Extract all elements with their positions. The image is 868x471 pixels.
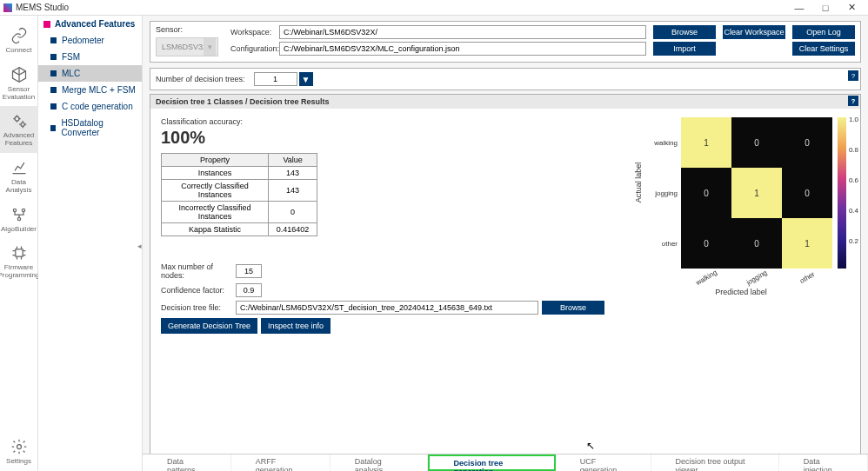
rail-settings[interactable]: Settings: [0, 432, 38, 471]
table-row: Instances143: [162, 167, 317, 180]
matrix-cell: 0: [782, 117, 832, 168]
sidebar-item-ccode[interactable]: C code generation: [38, 98, 142, 115]
window-close[interactable]: ✕: [838, 2, 865, 13]
link-icon: [10, 26, 29, 45]
chevron-down-icon: ▾: [204, 38, 216, 56]
th-value: Value: [269, 154, 317, 167]
configuration-input[interactable]: [279, 42, 646, 56]
tab-datalog-analysis[interactable]: Datalog analysis: [331, 454, 428, 471]
rail-data-analysis[interactable]: Data Analysis: [0, 153, 38, 200]
svg-point-6: [17, 445, 21, 449]
y-category: walking: [650, 117, 681, 168]
colorbar: [838, 117, 846, 269]
tree-count-label: Number of decision trees:: [156, 75, 245, 83]
tab-data-patterns[interactable]: Data patterns: [143, 454, 231, 471]
bottom-tabs: Data patterns ARFF generation Datalog an…: [143, 454, 868, 471]
app-title: MEMS Studio: [16, 3, 786, 12]
cursor-icon: ↖: [586, 440, 595, 452]
square-bullet-icon: [50, 87, 57, 93]
browse-workspace-button[interactable]: Browse: [653, 25, 716, 39]
app-icon: [3, 3, 12, 12]
tab-output-viewer[interactable]: Decision tree output viewer: [651, 454, 779, 471]
square-bullet-icon: [50, 37, 57, 43]
rail-connect[interactable]: Connect: [0, 21, 38, 60]
table-row: Correctly Classified Instances143: [162, 180, 317, 202]
matrix-cell: 0: [731, 117, 782, 168]
rail-advanced-features[interactable]: Advanced Features: [0, 106, 38, 153]
workspace-input[interactable]: [279, 25, 646, 39]
rail-firmware[interactable]: Firmware Programming: [0, 238, 38, 285]
matrix-cell: 0: [681, 168, 731, 218]
sensor-label: Sensor:: [156, 25, 224, 34]
help-button[interactable]: ?: [848, 70, 858, 81]
chip-icon: [10, 243, 29, 262]
inspect-tree-button[interactable]: Inspect tree info: [261, 318, 331, 334]
matrix-cell: 1: [681, 117, 731, 168]
cube-icon: [10, 65, 29, 84]
square-bullet-icon: [50, 125, 56, 131]
square-bullet-icon: [43, 21, 50, 28]
open-log-button[interactable]: Open Log: [792, 25, 855, 39]
results-header: Decision tree 1 Classes / Decision tree …: [150, 95, 860, 109]
sidebar-header: Advanced Features: [38, 16, 142, 32]
content-area: ◂ Sensor: LSM6DSV32X ▾ Workspace: Config…: [143, 16, 868, 471]
chart-icon: [10, 158, 29, 177]
max-nodes-input[interactable]: [236, 264, 262, 278]
y-category: jogging: [650, 168, 681, 218]
import-button[interactable]: Import: [653, 42, 716, 56]
clear-workspace-button[interactable]: Clear Workspace: [723, 25, 785, 39]
generate-tree-button[interactable]: Generate Decision Tree: [161, 318, 257, 334]
confidence-label: Confidence factor:: [161, 286, 236, 295]
sidebar-item-fsm[interactable]: FSM: [38, 49, 142, 65]
accuracy-label: Classification accuracy:: [161, 117, 457, 126]
tab-data-injection[interactable]: Data injection: [779, 454, 868, 471]
svg-rect-5: [15, 249, 22, 256]
results-panel: Decision tree 1 Classes / Decision tree …: [150, 94, 861, 471]
y-category: other: [650, 218, 681, 269]
accuracy-value: 100%: [161, 128, 457, 148]
gear-icon: [10, 437, 29, 456]
tree-count-input[interactable]: [254, 72, 297, 86]
table-row: Incorrectly Classified Instances0: [162, 202, 317, 223]
tree-count-dropdown[interactable]: ▼: [299, 72, 313, 86]
tab-ucf-generation[interactable]: UCF generation: [556, 454, 651, 471]
sidebar-item-merge[interactable]: Merge MLC + FSM: [38, 82, 142, 98]
clear-settings-button[interactable]: Clear Settings: [792, 42, 855, 56]
sidebar-item-hsdatalog[interactable]: HSDatalog Converter: [38, 115, 142, 141]
left-rail: Connect Sensor Evaluation Advanced Featu…: [0, 16, 38, 471]
rail-sensor-eval[interactable]: Sensor Evaluation: [0, 60, 38, 107]
tab-decision-tree-generation[interactable]: Decision tree generation: [428, 454, 556, 471]
confidence-input[interactable]: [236, 283, 262, 297]
max-nodes-label: Max number of nodes:: [161, 262, 236, 280]
titlebar: MEMS Studio — □ ✕: [0, 0, 868, 16]
rail-algobuilder[interactable]: AlgoBuilder: [0, 200, 38, 239]
classification-table: PropertyValue Instances143 Correctly Cla…: [161, 153, 317, 236]
window-minimize[interactable]: —: [786, 3, 812, 13]
sidebar: Advanced Features Pedometer FSM MLC Merg…: [38, 16, 143, 471]
collapse-handle-icon[interactable]: ◂: [137, 242, 142, 250]
chevron-down-icon: ▼: [302, 75, 310, 84]
square-bullet-icon: [50, 70, 57, 76]
svg-point-4: [17, 217, 20, 220]
matrix-cell: 0: [782, 168, 832, 218]
tree-count-panel: Number of decision trees: ▼ ?: [150, 68, 861, 90]
configuration-label: Configuration:: [230, 44, 279, 53]
svg-point-1: [21, 123, 24, 126]
tab-arff-generation[interactable]: ARFF generation: [231, 454, 331, 471]
sensor-select[interactable]: LSM6DSV32X ▾: [156, 37, 218, 56]
workspace-label: Workspace:: [230, 28, 279, 36]
gears-icon: [10, 111, 29, 130]
y-axis-label: Actual label: [634, 163, 643, 203]
svg-point-0: [15, 116, 19, 121]
confusion-matrix: Actual label walking 1 0 0 jogging 0 1 0…: [474, 117, 850, 334]
svg-point-2: [13, 209, 16, 211]
window-maximize[interactable]: □: [812, 3, 838, 13]
matrix-cell: 1: [731, 168, 782, 218]
sidebar-item-mlc[interactable]: MLC: [38, 65, 142, 82]
th-property: Property: [162, 154, 269, 167]
table-row: Kappa Statistic0.416402: [162, 223, 317, 236]
help-button[interactable]: ?: [848, 96, 858, 106]
sidebar-item-pedometer[interactable]: Pedometer: [38, 32, 142, 49]
svg-point-3: [22, 209, 24, 211]
config-panel: Sensor: LSM6DSV32X ▾ Workspace: Configur…: [150, 21, 861, 63]
